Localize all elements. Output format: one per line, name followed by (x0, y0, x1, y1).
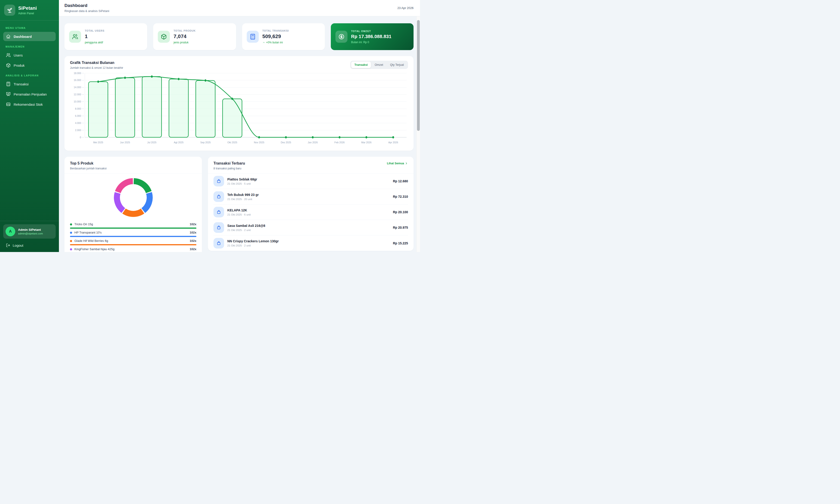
transaction-row-teh-bubuk-999-23-gr[interactable]: Teh Bubuk 999 23 gr21 Okt 2025 · 20 unit… (213, 189, 408, 204)
product-count: 102x (190, 222, 196, 226)
chevron-right-icon (405, 162, 408, 165)
tab-omzet[interactable]: Omzet (372, 61, 387, 68)
sidebar-item-label: Peramalan Penjualan (14, 92, 47, 96)
stat-card-total-produk: TOTAL PRODUK7,074jenis produk (153, 23, 236, 50)
page-header: Dashboard Ringkasan data & analisis SiPe… (59, 0, 420, 16)
sidebar-divider (0, 221, 59, 221)
transaction-row-kelapa-12k[interactable]: KELAPA 12K21 Okt 2025 · 6 unitRp 20.100 (213, 204, 408, 220)
sidebar-item-label: Users (14, 53, 23, 57)
shopping-bag-icon (213, 176, 224, 186)
sidebar-item-transaksi[interactable]: Transaksi (3, 79, 56, 89)
product-name: Glade Hif Wild Berries 6g (74, 239, 187, 243)
sidebar-footer: A Admin SiPetani admin@sipetani.com Logo… (0, 221, 59, 252)
transaction-meta: 21 Okt 2025 · 6 unit (227, 213, 251, 216)
shopping-bag-icon (213, 191, 224, 202)
stat-label: TOTAL PRODUK (173, 29, 196, 32)
avatar: A (5, 227, 15, 236)
user-email: admin@sipetani.com (18, 232, 43, 235)
tab-transaksi[interactable]: Transaksi (351, 61, 371, 68)
sidebar-item-produk[interactable]: Produk (3, 61, 56, 70)
top-products-card: Top 5 Produk Berdasarkan jumlah transaks… (65, 157, 202, 252)
monthly-chart-card: Grafik Transaksi Bulanan Jumlah transaks… (65, 56, 413, 151)
svg-text:4.000: 4.000 (75, 122, 81, 124)
svg-text:Mar 2026: Mar 2026 (361, 141, 372, 144)
shopping-bag-icon (213, 222, 224, 233)
svg-text:Agt 2025: Agt 2025 (174, 141, 184, 144)
sidebar-item-label: Dashboard (14, 35, 32, 38)
package-icon (158, 31, 170, 43)
presentation-chart-icon (6, 92, 11, 96)
transaction-name: KELAPA 12K (227, 209, 251, 212)
stat-card-total-omzet: TOTAL OMZETRp 17.386.088.831Bulan ini: R… (331, 23, 413, 50)
stat-label: TOTAL USERS (85, 29, 104, 32)
svg-text:Sep 2025: Sep 2025 (200, 141, 211, 144)
transactions-list: Piattos Seblak 68gr21 Okt 2025 · 5 unitR… (208, 174, 413, 251)
svg-text:Jan 2026: Jan 2026 (308, 141, 318, 144)
tab-qty-terjual[interactable]: Qty Terjual (387, 61, 407, 68)
stats-row: TOTAL USERS1pengguna aktifTOTAL PRODUK7,… (65, 23, 413, 50)
product-row-tricks-ori-15g: Tricks Ori 15g102x (70, 222, 196, 229)
transaction-row-nn-crispy-crackers-lemon-130gr[interactable]: NN Crispy Crackers Lemon 130gr21 Okt 202… (213, 235, 408, 251)
calculator-icon (247, 31, 259, 43)
see-all-link[interactable]: Lihat Semua (387, 162, 408, 165)
transaction-row-piattos-seblak-68gr[interactable]: Piattos Seblak 68gr21 Okt 2025 · 5 unitR… (213, 174, 408, 189)
sidebar-item-rekomendasi-stok[interactable]: Rekomendasi Stok (3, 100, 56, 109)
dollar-circle-icon (336, 31, 347, 43)
product-count: 102x (190, 231, 196, 234)
transaction-row-sasa-sambal-asli-216-8[interactable]: Sasa Sambal Asli 216@821 Okt 2025 · 2 un… (213, 220, 408, 235)
logout-label: Logout (13, 244, 23, 247)
stat-sub: pengguna aktif (85, 41, 104, 44)
logout-button[interactable]: Logout (0, 241, 59, 252)
stat-sub: +0% bulan ini (262, 41, 289, 44)
monthly-chart: 02.0004.0006.0008.00010.00012.00014.0001… (70, 71, 408, 148)
transaction-amount: Rp 15.225 (393, 241, 408, 245)
transaction-amount: Rp 12.680 (393, 179, 408, 183)
svg-text:10.000: 10.000 (74, 100, 81, 103)
stat-card-total-transaksi: TOTAL TRANSAKSI509,629+0% bulan ini (242, 23, 325, 50)
users-icon (6, 53, 11, 57)
transaction-name: NN Crispy Crackers Lemon 130gr (227, 239, 279, 243)
product-row-glade-hif-wild-berries-6g: Glade Hif Wild Berries 6g102x (70, 239, 196, 245)
product-name: Tricks Ori 15g (74, 222, 187, 226)
transaction-meta: 21 Okt 2025 · 5 unit (227, 182, 257, 185)
transactions-title: Transaksi Terbaru (213, 161, 245, 165)
product-name: HP Transparant 10's (74, 231, 187, 234)
nav-section-label: MENU UTAMA (5, 26, 53, 29)
page-title: Dashboard (65, 3, 109, 8)
svg-text:Nov 2025: Nov 2025 (254, 141, 264, 144)
svg-text:Feb 2026: Feb 2026 (335, 141, 345, 144)
svg-text:Apr 2026: Apr 2026 (388, 141, 398, 144)
product-count: 102x (190, 239, 196, 243)
scrollbar[interactable] (416, 16, 420, 252)
product-bar (70, 236, 196, 237)
product-name: KingFisher Sambal hijau 425g (74, 247, 187, 251)
svg-text:12.000: 12.000 (74, 93, 81, 96)
transaction-meta: 21 Okt 2025 · 20 unit (227, 198, 259, 200)
sidebar-item-label: Transaksi (14, 82, 29, 86)
stat-value: Rp 17.386.088.831 (351, 34, 392, 39)
svg-text:16.000: 16.000 (74, 79, 81, 82)
product-row-hp-transparant-10-s: HP Transparant 10's102x (70, 231, 196, 237)
stat-label: TOTAL TRANSAKSI (262, 29, 289, 32)
stat-value: 7,074 (173, 34, 196, 39)
sidebar-item-peramalan-penjualan[interactable]: Peramalan Penjualan (3, 90, 56, 99)
calculator-icon (6, 82, 11, 86)
header-date: 23 Apr 2026 (397, 6, 413, 10)
scrollbar-thumb[interactable] (417, 20, 420, 131)
transaction-amount: Rp 72.310 (393, 195, 408, 198)
user-card[interactable]: A Admin SiPetani admin@sipetani.com (3, 224, 56, 239)
svg-text:Jul 2025: Jul 2025 (147, 141, 156, 144)
brand-logo (4, 5, 15, 16)
transaction-meta: 21 Okt 2025 · 2 unit (227, 244, 279, 247)
sidebar-item-dashboard[interactable]: Dashboard (3, 32, 56, 41)
svg-text:18.000: 18.000 (74, 72, 81, 74)
product-bar (70, 228, 196, 229)
svg-text:Mei 2025: Mei 2025 (93, 141, 103, 144)
user-name: Admin SiPetani (18, 228, 43, 232)
page-subtitle: Ringkasan data & analisis SiPetani (65, 10, 109, 13)
chart-tabs: TransaksiOmzetQty Terjual (350, 61, 408, 69)
sprout-icon (7, 7, 13, 13)
chart-subtitle: Jumlah transaksi & omzet 12 bulan terakh… (70, 66, 123, 70)
sidebar-item-users[interactable]: Users (3, 51, 56, 60)
transaction-name: Piattos Seblak 68gr (227, 178, 257, 181)
